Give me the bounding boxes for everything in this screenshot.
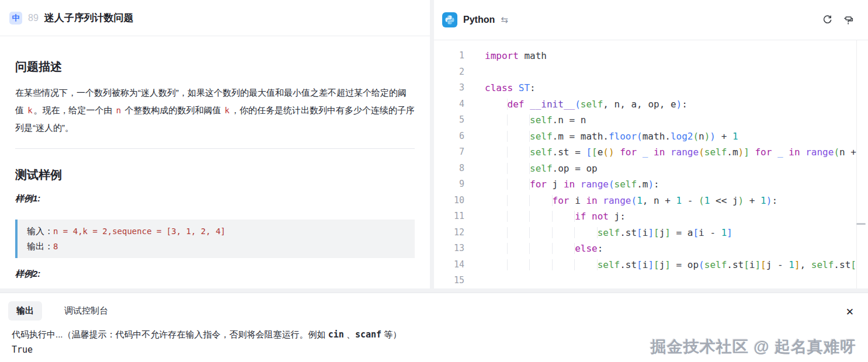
language-label[interactable]: Python	[463, 15, 495, 25]
ide-page: 中 89 迷人子序列计数问题 问题描述 在某些情况下，一个数列被称为“迷人数列”…	[0, 0, 868, 362]
code-line: 1import math	[434, 48, 868, 64]
run-result: True	[12, 344, 856, 355]
code-line: 5 self.n = n	[434, 112, 868, 128]
code-line: 8 self.op = op	[434, 161, 868, 177]
output-label: 输出：	[27, 241, 53, 251]
console-tabs: 输出 调试控制台	[0, 293, 868, 321]
description-paragraph: 在某些情况下，一个数列被称为“迷人数列”，如果这个数列的最大值和最小值之差不超过…	[15, 84, 415, 137]
tab-output[interactable]: 输出	[8, 301, 42, 321]
output-value: 8	[53, 242, 58, 251]
example1-label: 样例1:	[15, 193, 415, 204]
code-line: 11 if not j:	[434, 208, 868, 225]
code-line: 4 def __init__(self, n, a, op, e):	[434, 96, 868, 113]
editor-scrollbar-thumb[interactable]	[856, 223, 866, 225]
difficulty-badge: 中	[9, 12, 22, 25]
code-line: 10 for i in range(1, n + 1 - (1 << j) + …	[434, 193, 868, 209]
examples-heading: 测试样例	[15, 166, 415, 183]
code-line: 9 for j in range(self.m):	[434, 176, 868, 193]
output-console: 输出 调试控制台 ✕ 代码执行中...（温馨提示：代码中不允许存在输入指令，否则…	[0, 293, 868, 362]
format-icon[interactable]	[843, 15, 854, 26]
language-swap-icon[interactable]: ⇆	[501, 15, 508, 25]
example1-input-row: 输入：n = 4,k = 2,sequence = [3, 1, 2, 4]	[27, 224, 405, 239]
code-line: 12 self.st[i][j] = a[i - 1]	[434, 225, 868, 241]
editor-panel: Python ⇆ 1import math23class ST:4 def __…	[434, 0, 868, 288]
python-logo-icon	[442, 12, 457, 27]
description-heading: 问题描述	[15, 58, 415, 75]
problem-title: 迷人子序列计数问题	[44, 11, 134, 25]
problem-panel: 中 89 迷人子序列计数问题 问题描述 在某些情况下，一个数列被称为“迷人数列”…	[0, 0, 430, 288]
problem-number: 89	[28, 13, 39, 23]
editor-header: Python ⇆	[434, 0, 868, 40]
refresh-icon[interactable]	[822, 15, 833, 26]
section-divider	[15, 148, 415, 149]
code-line: 7 self.st = [[e() for _ in range(self.m)…	[434, 144, 868, 161]
code-line: 3class ST:	[434, 80, 868, 96]
console-body: 代码执行中...（温馨提示：代码中不允许存在输入指令，否则将会阻塞运行。例如 c…	[0, 321, 868, 355]
tab-debug-console[interactable]: 调试控制台	[56, 301, 116, 321]
code-editor[interactable]: 1import math23class ST:4 def __init__(se…	[434, 40, 868, 288]
code-lines: 1import math23class ST:4 def __init__(se…	[434, 48, 868, 288]
problem-header: 中 89 迷人子序列计数问题	[0, 0, 430, 36]
input-value: n = 4,k = 2,sequence = [3, 1, 2, 4]	[53, 227, 225, 236]
example1-output-row: 输出：8	[27, 239, 405, 254]
editor-scrollbar-track	[856, 40, 857, 288]
code-line: 15	[434, 273, 868, 288]
problem-content: 问题描述 在某些情况下，一个数列被称为“迷人数列”，如果这个数列的最大值和最小值…	[0, 58, 430, 280]
input-label: 输入：	[27, 226, 53, 236]
code-line: 14 self.st[i][j] = op(self.st[i][j - 1],…	[434, 257, 868, 273]
example2-label: 样例2:	[15, 269, 415, 280]
example1-block: 输入：n = 4,k = 2,sequence = [3, 1, 2, 4] 输…	[15, 220, 415, 258]
code-line: 6 self.m = math.floor(math.log2(n)) + 1	[434, 128, 868, 145]
code-line: 2	[434, 64, 868, 81]
running-message: 代码执行中...（温馨提示：代码中不允许存在输入指令，否则将会阻塞运行。例如 c…	[12, 328, 856, 342]
close-icon[interactable]: ✕	[846, 307, 854, 317]
code-line: 13 else:	[434, 241, 868, 257]
